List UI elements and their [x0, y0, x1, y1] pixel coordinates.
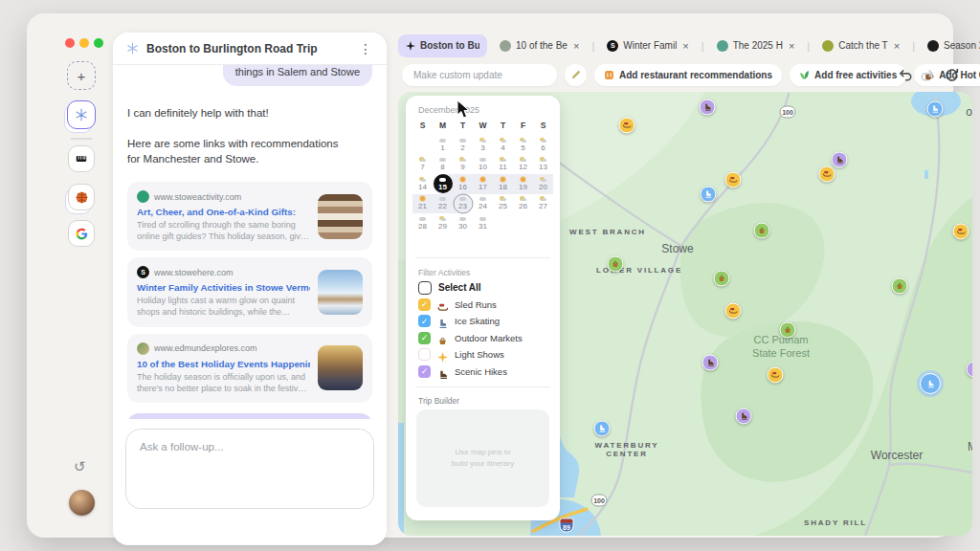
calendar-day-18[interactable]: 18 — [493, 174, 513, 194]
tab-catch-the-t[interactable]: Catch the T× — [814, 34, 907, 57]
filter-checkbox[interactable]: ✓ — [418, 332, 431, 344]
calendar-day-28[interactable]: 28 — [412, 213, 433, 233]
tab-winter-famil[interactable]: SWinter Famil× — [599, 34, 697, 57]
followup-input-container — [125, 429, 374, 509]
calendar-day-31[interactable]: 31 — [473, 213, 493, 233]
link-title[interactable]: Winter Family Activities in Stowe Vermon… — [137, 282, 310, 293]
tab-boston-to-burli[interactable]: Boston to Burli — [398, 34, 487, 57]
calendar-day-16[interactable]: 16 — [453, 174, 473, 194]
calendar-day-30[interactable]: 30 — [453, 213, 473, 233]
link-title[interactable]: Art, Cheer, and One-of-a-Kind Gifts: — [137, 207, 310, 217]
sidebar-item-google[interactable] — [68, 220, 95, 247]
open-all-links-button[interactable]: Open all links — [127, 413, 372, 419]
map-marker-sled[interactable] — [619, 118, 635, 134]
map-marker-hike[interactable] — [700, 99, 716, 116]
calendar-day-12[interactable]: 12 — [513, 155, 533, 175]
map-marker-sled[interactable] — [725, 172, 742, 188]
calendar-day-23[interactable]: 23 — [453, 194, 473, 214]
calendar-day-2[interactable]: 2 — [453, 135, 473, 155]
map-marker-market[interactable] — [754, 223, 770, 239]
map-canvas[interactable]: WEST BRANCHStoweLOWER VILLAGECC Putnam S… — [398, 92, 972, 536]
chat-menu-button[interactable]: ⋮ — [356, 41, 375, 56]
day-number: 24 — [479, 202, 487, 210]
map-marker-hike[interactable] — [702, 355, 719, 371]
map-marker-sled[interactable] — [768, 367, 784, 384]
map-marker-sled[interactable] — [819, 166, 835, 183]
redo-button[interactable] — [920, 67, 935, 82]
chat-messages[interactable]: things in Salem and Stowe I can definite… — [113, 65, 387, 419]
map-marker-hike[interactable] — [736, 408, 752, 425]
tab-the-2025-h[interactable]: The 2025 H× — [709, 34, 803, 57]
link-title[interactable]: 10 of the Best Holiday Events Happening.… — [137, 359, 310, 369]
day-number: 14 — [418, 183, 427, 191]
map-marker-sled[interactable] — [725, 303, 742, 320]
trip-builder-dropzone[interactable]: Use map pins to build your itinerary — [416, 409, 549, 507]
chip-add-free-activities[interactable]: Add free activities — [790, 64, 906, 86]
calendar-day-10[interactable]: 10 — [473, 155, 493, 175]
close-tab-icon[interactable]: × — [789, 40, 794, 52]
history-button[interactable]: ↺ — [74, 458, 86, 475]
map-marker-skate[interactable] — [701, 187, 717, 203]
calendar-day-9[interactable]: 9 — [453, 155, 473, 175]
calendar-day-25[interactable]: 25 — [493, 194, 513, 214]
map-marker-market[interactable] — [892, 278, 908, 295]
link-card[interactable]: www.stoweactivity.comArt, Cheer, and One… — [127, 182, 372, 251]
calendar-day-15[interactable]: 15 — [433, 174, 453, 194]
calendar-day-19[interactable]: 19 — [513, 174, 533, 194]
calendar-day-4[interactable]: 4 — [493, 135, 513, 155]
sidebar-item-sports-app[interactable] — [68, 184, 95, 210]
map-marker-market[interactable] — [780, 322, 796, 339]
new-item-button[interactable]: + — [67, 61, 96, 90]
map-marker-skate[interactable] — [920, 373, 941, 394]
map-marker-market[interactable] — [714, 271, 730, 287]
filter-checkbox[interactable]: ✓ — [418, 315, 431, 327]
close-window-button[interactable] — [65, 38, 75, 48]
calendar-day-20[interactable]: 20 — [533, 174, 553, 194]
calendar-day-13[interactable]: 13 — [533, 155, 553, 175]
link-card[interactable]: Swww.stowehere.comWinter Family Activiti… — [127, 257, 372, 326]
edit-button[interactable] — [565, 64, 587, 86]
filter-checkbox[interactable]: ✓ — [418, 365, 431, 378]
calendar-day-3[interactable]: 3 — [473, 135, 493, 155]
minimize-window-button[interactable] — [79, 38, 89, 48]
calendar-day-8[interactable]: 8 — [433, 155, 453, 175]
calendar-day-5[interactable]: 5 — [513, 135, 533, 155]
tab-season-2024[interactable]: Season 2024× — [920, 34, 980, 57]
link-card[interactable]: www.edmundexplores.com10 of the Best Hol… — [127, 334, 372, 403]
map-marker-sled[interactable] — [953, 224, 969, 240]
weather-partly-icon — [540, 157, 546, 162]
calendar-day-26[interactable]: 26 — [513, 194, 533, 214]
filter-checkbox[interactable]: ✓ — [418, 298, 431, 311]
followup-input[interactable] — [126, 430, 373, 508]
filter-checkbox[interactable] — [418, 281, 432, 295]
tab-10-of-the-be[interactable]: 10 of the Be× — [492, 34, 587, 57]
sidebar-item-trip-assistant[interactable] — [67, 100, 96, 129]
map-marker-hike[interactable] — [832, 152, 848, 168]
close-tab-icon[interactable]: × — [894, 40, 900, 52]
calendar-day-27[interactable]: 27 — [533, 194, 553, 214]
map-marker-skate[interactable] — [927, 101, 944, 118]
map-marker-skate[interactable] — [594, 421, 611, 437]
calendar-day-22[interactable]: 22 — [433, 194, 453, 214]
user-avatar[interactable] — [69, 490, 95, 516]
calendar-day-1[interactable]: 1 — [433, 135, 453, 155]
custom-update-input[interactable] — [402, 64, 557, 86]
close-tab-icon[interactable]: × — [682, 40, 688, 52]
undo-button[interactable] — [898, 67, 913, 82]
zoom-window-button[interactable] — [94, 38, 103, 48]
calendar-day-14[interactable]: 14 — [412, 174, 433, 194]
chip-add-restaurant-recommendations[interactable]: Add restaurant recommendations — [594, 64, 782, 86]
calendar-day-7[interactable]: 7 — [412, 155, 433, 175]
calendar-day-29[interactable]: 29 — [433, 213, 453, 233]
close-tab-icon[interactable]: × — [573, 40, 579, 52]
sidebar-item-piano-app[interactable] — [68, 145, 95, 172]
map-marker-market[interactable] — [608, 256, 624, 273]
map-marker-hike[interactable] — [967, 362, 973, 378]
calendar-day-24[interactable]: 24 — [473, 194, 493, 214]
sync-button[interactable] — [944, 67, 960, 83]
calendar-day-17[interactable]: 17 — [473, 174, 493, 194]
calendar-day-11[interactable]: 11 — [493, 155, 513, 175]
calendar-day-21[interactable]: 21 — [412, 194, 433, 214]
calendar-day-6[interactable]: 6 — [533, 135, 553, 155]
filter-checkbox[interactable] — [418, 348, 431, 361]
